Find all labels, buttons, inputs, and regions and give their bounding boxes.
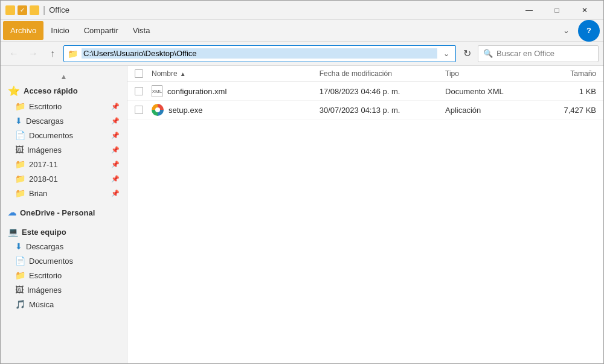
quick-access-header[interactable]: ⭐ Acceso rápido xyxy=(1,83,127,99)
title-icon-3 xyxy=(30,5,39,15)
file-name-xml: XML configuration.xml xyxy=(152,85,320,97)
up-button[interactable]: ↑ xyxy=(44,45,61,62)
sidebar-item-imagenes[interactable]: 🖼 Imágenes 📌 xyxy=(1,142,127,157)
sidebar-item-pc-descargas[interactable]: ⬇ Descargas xyxy=(1,239,127,254)
title-separator: | xyxy=(43,5,45,16)
pin-icon-imagenes: 📌 xyxy=(111,146,120,154)
pin-icon-escritorio: 📌 xyxy=(111,103,120,110)
header-type-label: Tipo xyxy=(445,69,459,78)
xml-file-icon: XML xyxy=(152,85,162,97)
sidebar-label-pc-documentos: Documentos xyxy=(29,257,73,266)
file-type-xml: Documento XML xyxy=(445,87,529,96)
sidebar-item-2018-01[interactable]: 📁 2018-01 📌 xyxy=(1,171,127,186)
menu-chevron-icon[interactable]: ⌄ xyxy=(555,20,577,42)
pin-icon-2018: 📌 xyxy=(111,175,120,183)
window: ✓ | Office — □ ✕ Archivo Inicio Comparti… xyxy=(0,0,604,364)
pin-icon-2017: 📌 xyxy=(111,161,120,168)
quick-access-label: Acceso rápido xyxy=(24,86,78,95)
file-area: Nombre ▲ Fecha de modificación Tipo Tama… xyxy=(127,66,603,363)
file-size-exe: 7,427 KB xyxy=(529,106,596,115)
sidebar-item-pc-musica[interactable]: 🎵 Música xyxy=(1,297,127,311)
search-input[interactable] xyxy=(496,49,581,58)
sidebar-label-documentos: Documentos xyxy=(29,131,73,140)
images-icon-pc: 🖼 xyxy=(15,285,24,295)
file-row-xml[interactable]: XML configuration.xml 17/08/2023 04:46 p… xyxy=(127,82,603,101)
onedrive-header[interactable]: ☁ OneDrive - Personal xyxy=(1,205,127,220)
sidebar-item-brian[interactable]: 📁 Brian 📌 xyxy=(1,186,127,200)
file-list-header: Nombre ▲ Fecha de modificación Tipo Tama… xyxy=(127,66,603,82)
folder-yellow-icon-1: 📁 xyxy=(15,159,25,169)
filename-xml: configuration.xml xyxy=(167,87,226,96)
file-row-exe[interactable]: setup.exe 30/07/2023 04:13 p. m. Aplicac… xyxy=(127,101,603,120)
checkbox-xml[interactable] xyxy=(135,87,143,95)
download-icon-pc: ⬇ xyxy=(15,241,22,251)
close-button[interactable]: ✕ xyxy=(571,1,599,20)
forward-button[interactable]: → xyxy=(25,45,42,62)
window-controls: — □ ✕ xyxy=(515,1,599,20)
file-checkbox-exe xyxy=(135,106,152,114)
sidebar-item-pc-imagenes[interactable]: 🖼 Imágenes xyxy=(1,283,127,297)
onedrive-label: OneDrive - Personal xyxy=(20,208,95,217)
sidebar-divider-2 xyxy=(1,220,127,225)
sidebar-item-descargas[interactable]: ⬇ Descargas 📌 xyxy=(1,113,127,128)
folder-yellow-icon-2: 📁 xyxy=(15,174,25,184)
star-icon: ⭐ xyxy=(8,85,20,97)
sidebar-item-pc-escritorio[interactable]: 📁 Escritorio xyxy=(1,268,127,283)
pin-icon-descargas: 📌 xyxy=(111,117,120,125)
search-icon: 🔍 xyxy=(483,49,493,58)
filename-exe: setup.exe xyxy=(169,106,202,115)
scroll-up-arrow[interactable]: ▲ xyxy=(1,71,127,83)
title-bar: ✓ | Office — □ ✕ xyxy=(1,1,603,20)
sidebar-label-brian: Brian xyxy=(29,189,47,198)
sidebar-item-2017-11[interactable]: 📁 2017-11 📌 xyxy=(1,157,127,171)
menu-bar: Archivo Inicio Compartir Vista ⌄ ? xyxy=(1,20,603,42)
minimize-button[interactable]: — xyxy=(515,1,543,20)
header-type[interactable]: Tipo xyxy=(445,69,529,78)
help-button[interactable]: ? xyxy=(578,20,600,42)
download-icon-qa: ⬇ xyxy=(15,116,22,126)
file-type-exe: Aplicación xyxy=(445,106,529,115)
header-date[interactable]: Fecha de modificación xyxy=(320,69,445,78)
header-size[interactable]: Tamaño xyxy=(529,69,596,78)
maximize-button[interactable]: □ xyxy=(543,1,571,20)
this-pc-label: Este equipo xyxy=(22,228,66,237)
sidebar-label-2018-01: 2018-01 xyxy=(29,174,58,184)
title-icon-2: ✓ xyxy=(18,5,27,15)
refresh-button[interactable]: ↻ xyxy=(458,45,475,62)
menu-vista[interactable]: Vista xyxy=(126,21,158,40)
menu-compartir[interactable]: Compartir xyxy=(77,21,126,40)
sidebar-item-pc-documentos[interactable]: 📄 Documentos xyxy=(1,254,127,268)
sidebar: ▲ ⭐ Acceso rápido 📁 Escritorio 📌 ⬇ Desca… xyxy=(1,66,127,363)
exe-file-icon xyxy=(152,104,164,116)
address-folder-icon: 📁 xyxy=(68,49,78,59)
docs-icon-qa: 📄 xyxy=(15,130,25,140)
sidebar-item-documentos[interactable]: 📄 Documentos 📌 xyxy=(1,128,127,142)
this-pc-header[interactable]: 💻 Este equipo xyxy=(1,225,127,239)
select-all-checkbox[interactable] xyxy=(135,69,143,78)
header-name[interactable]: Nombre ▲ xyxy=(152,69,320,78)
file-list: XML configuration.xml 17/08/2023 04:46 p… xyxy=(127,82,603,363)
sort-arrow-icon: ▲ xyxy=(180,71,186,77)
pin-icon-brian: 📌 xyxy=(111,190,120,197)
sidebar-label-descargas: Descargas xyxy=(26,117,63,126)
exe-icon-inner xyxy=(155,107,160,112)
header-checkbox-col xyxy=(135,69,152,78)
checkbox-exe[interactable] xyxy=(135,106,143,114)
sidebar-item-escritorio[interactable]: 📁 Escritorio 📌 xyxy=(1,99,127,113)
folder-yellow-icon-3: 📁 xyxy=(15,188,25,198)
sidebar-label-pc-descargas: Descargas xyxy=(26,242,63,251)
window-title: Office xyxy=(49,5,512,14)
back-button[interactable]: ← xyxy=(5,45,22,62)
address-text: C:\Users\Usuario\Desktop\Office xyxy=(82,48,437,59)
sidebar-label-pc-musica: Música xyxy=(29,300,54,309)
address-dropdown-icon[interactable]: ⌄ xyxy=(441,49,452,58)
title-icon-1 xyxy=(5,5,15,15)
main-area: ▲ ⭐ Acceso rápido 📁 Escritorio 📌 ⬇ Desca… xyxy=(1,66,603,363)
address-bar[interactable]: 📁 C:\Users\Usuario\Desktop\Office ⌄ xyxy=(63,45,456,62)
sidebar-label-escritorio: Escritorio xyxy=(29,102,62,111)
menu-inicio[interactable]: Inicio xyxy=(43,21,76,40)
menu-archivo[interactable]: Archivo xyxy=(3,21,43,40)
music-icon-pc: 🎵 xyxy=(15,299,25,309)
header-size-label: Tamaño xyxy=(570,69,596,78)
search-bar: 🔍 xyxy=(478,45,599,62)
